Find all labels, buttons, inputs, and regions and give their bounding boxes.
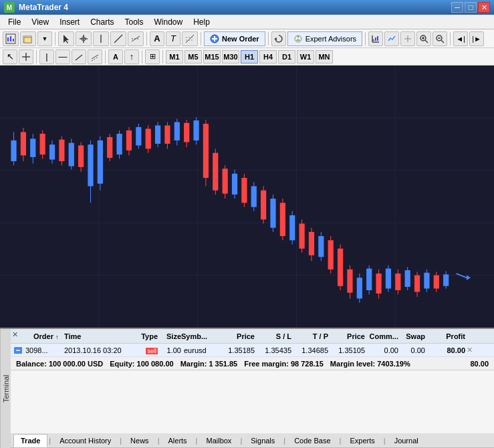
empty-area (11, 370, 494, 433)
svg-rect-99 (241, 178, 247, 203)
svg-rect-65 (78, 145, 84, 166)
toolbar-2: ↖ | — A ↑ ⊞ M1 M5 M15 M30 H1 H4 D1 W1 MN (0, 48, 494, 66)
tab-account-history[interactable]: Account History (52, 434, 118, 447)
balance-info: Balance: 100 000.00 USD Equity: 100 080.… (16, 360, 470, 368)
row-comm: 0.00 (365, 346, 398, 354)
new-order-button[interactable]: New Order (204, 31, 265, 46)
separator-2 (146, 32, 147, 45)
toolbar-scrollright[interactable]: |► (469, 31, 484, 46)
timeframe-d1[interactable]: D1 (278, 50, 295, 64)
timeframe-m5[interactable]: M5 (184, 50, 202, 64)
balance-text: Balance: 100 000.00 USD (16, 360, 103, 368)
toolbar-zoom-out[interactable] (433, 31, 447, 46)
row-size: 1.00 (158, 346, 181, 354)
svg-point-21 (297, 35, 299, 37)
chart-area[interactable] (0, 66, 494, 328)
svg-rect-141 (443, 274, 449, 286)
margin-level-text: Margin level: 7403.19% (330, 360, 410, 368)
toolbar-new-chart[interactable] (3, 31, 19, 46)
toolbar-1: ▼ A T New Order Expert Advisors (0, 29, 494, 48)
toolbar-history[interactable] (368, 31, 383, 46)
open-dropdown[interactable]: ▼ (37, 31, 52, 46)
tab-signals[interactable]: Signals (243, 434, 282, 447)
menu-view[interactable]: View (26, 15, 54, 29)
tab-alerts[interactable]: Alerts (160, 434, 194, 447)
close-button[interactable]: ✕ (478, 2, 490, 13)
tab-journal[interactable]: Journal (387, 434, 426, 447)
menu-charts[interactable]: Charts (85, 15, 119, 29)
toolbar-zoom-in[interactable] (416, 31, 431, 46)
toolbar-indicators[interactable] (384, 31, 399, 46)
col-header-price: Price (218, 332, 255, 340)
balance-profit: 80.00 (470, 360, 489, 368)
maximize-button[interactable]: □ (465, 2, 477, 13)
tab-experts[interactable]: Experts (342, 434, 382, 447)
toolbar-refresh[interactable] (271, 31, 286, 46)
col-header-time: Time (64, 332, 134, 340)
svg-line-10 (114, 35, 122, 43)
toolbar-crosshair[interactable] (76, 31, 92, 46)
svg-rect-75 (126, 130, 132, 150)
tab-mailbox[interactable]: Mailbox (199, 434, 239, 447)
svg-rect-105 (270, 199, 275, 228)
menu-tools[interactable]: Tools (120, 15, 149, 29)
terminal-close-icon[interactable]: ✕ (12, 330, 18, 339)
menu-window[interactable]: Window (149, 15, 189, 29)
minimize-button[interactable]: ─ (451, 2, 463, 13)
toolbar-fib[interactable] (182, 31, 198, 46)
svg-line-39 (92, 55, 98, 59)
svg-rect-97 (232, 174, 237, 195)
toolbar-line[interactable] (110, 31, 126, 46)
timeframe-h1[interactable]: H1 (241, 50, 258, 64)
new-order-label: New Order (222, 35, 259, 43)
timeframe-w1[interactable]: W1 (297, 50, 314, 64)
tab-codebase[interactable]: Code Base (287, 434, 338, 447)
toolbar-tline[interactable] (72, 49, 86, 64)
toolbar-scrollleft[interactable]: ◄| (453, 31, 468, 46)
title-bar-title: MetaTrader 4 (19, 3, 68, 12)
col-header-tp: T / P (291, 332, 328, 340)
svg-rect-67 (88, 144, 93, 186)
toolbar-period-sep[interactable] (400, 31, 415, 46)
toolbar-hline[interactable]: — (55, 49, 70, 64)
toolbar-crosshair2[interactable] (19, 49, 33, 64)
toolbar-arrow[interactable]: ↑ (124, 49, 139, 64)
table-row[interactable]: 3098... 2013.10.16 03:20 sell 1.00 eurus… (11, 344, 494, 357)
col-header-price2: Price (328, 332, 365, 340)
toolbar-vert2[interactable]: | (39, 49, 54, 64)
svg-rect-121 (347, 269, 352, 293)
tab-trade[interactable]: Trade (13, 434, 47, 447)
svg-rect-91 (203, 124, 209, 178)
tab-news[interactable]: News (123, 434, 156, 447)
row-close-button[interactable]: ✕ (467, 346, 476, 354)
svg-rect-137 (424, 273, 429, 289)
timeframe-m30[interactable]: M30 (222, 50, 239, 64)
menu-insert[interactable]: Insert (54, 15, 85, 29)
svg-rect-79 (146, 129, 151, 149)
timeframe-h4[interactable]: H4 (259, 50, 277, 64)
timeframe-m1[interactable]: M1 (166, 50, 183, 64)
toolbar-cursor[interactable] (58, 31, 74, 46)
svg-rect-73 (116, 134, 122, 154)
timeframe-mn[interactable]: MN (316, 50, 333, 64)
toolbar-vert[interactable] (93, 31, 109, 46)
svg-line-13 (186, 35, 194, 43)
svg-rect-61 (59, 140, 64, 161)
toolbar-text-a[interactable]: A (150, 31, 164, 46)
row-time: 2013.10.16 03:20 (64, 346, 134, 354)
toolbar-text2[interactable]: A (108, 49, 123, 64)
row-symbol: eurusd (181, 346, 218, 354)
timeframe-m15[interactable]: M15 (203, 50, 221, 64)
toolbar-channel[interactable] (88, 49, 102, 64)
svg-rect-53 (21, 132, 26, 156)
toolbar-more[interactable]: ⊞ (145, 49, 160, 64)
menu-help[interactable]: Help (188, 15, 215, 29)
menu-file[interactable]: File (3, 15, 26, 29)
toolbar-select[interactable]: ↖ (3, 49, 17, 64)
toolbar-equidistant[interactable] (128, 31, 144, 46)
toolbar-open[interactable] (20, 31, 36, 46)
terminal-section: Terminal ✕ Order ↑ Time Type Size Symb..… (0, 328, 494, 448)
expert-advisors-button[interactable]: Expert Advisors (287, 31, 362, 46)
svg-rect-111 (299, 223, 305, 248)
toolbar-text-b[interactable]: T (166, 31, 180, 46)
